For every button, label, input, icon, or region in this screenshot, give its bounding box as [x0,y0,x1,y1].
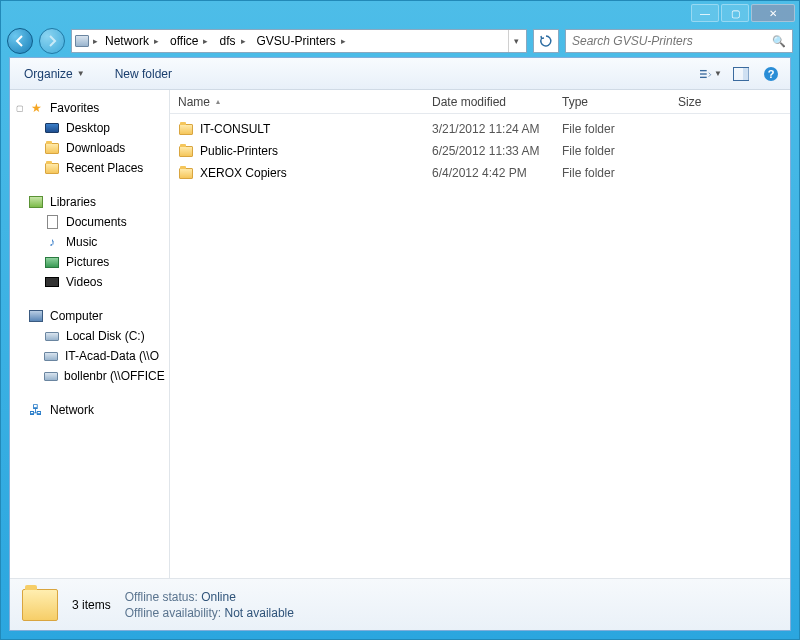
column-header-type[interactable]: Type [554,90,670,113]
nav-header-favorites[interactable]: ▢★Favorites [10,98,169,118]
nav-item-pictures[interactable]: Pictures [10,252,169,272]
collapse-icon: ▢ [16,104,24,113]
nav-item-label: Local Disk (C:) [66,329,145,343]
nav-item-label: Videos [66,275,102,289]
breadcrumb-segment[interactable]: GVSU-Printers▸ [253,30,353,52]
organize-button[interactable]: Organize ▼ [18,64,91,84]
refresh-button[interactable] [533,29,559,53]
breadcrumb-segment[interactable]: office▸ [166,30,215,52]
file-type: File folder [554,144,670,158]
arrow-left-icon [14,35,26,47]
navigation-pane[interactable]: ▢★Favorites Desktop Downloads Recent Pla… [10,90,170,578]
forward-button[interactable] [39,28,65,54]
svg-text:?: ? [768,68,775,80]
breadcrumb-segment[interactable]: Network▸ [101,30,166,52]
file-rows: IT-CONSULT 3/21/2012 11:24 AM File folde… [170,114,790,578]
videos-icon [44,274,60,290]
nav-item-desktop[interactable]: Desktop [10,118,169,138]
nav-item-label: Recent Places [66,161,143,175]
nav-bar: ▸ Network▸ office▸ dfs▸ GVSU-Printers▸ ▾… [1,25,799,57]
view-icon [700,67,712,81]
titlebar[interactable]: — ▢ ✕ [1,1,799,25]
address-dropdown[interactable]: ▾ [508,30,524,52]
details-pane: 3 items Offline status: Online Offline a… [10,578,790,630]
drive-icon [44,348,59,364]
nav-header-libraries[interactable]: Libraries [10,192,169,212]
item-count: 3 items [72,598,111,612]
column-header-date[interactable]: Date modified [424,90,554,113]
help-icon: ? [763,66,779,82]
breadcrumb-segment[interactable]: dfs▸ [215,30,252,52]
preview-pane-icon [733,67,749,81]
breadcrumb-label: Network [105,34,149,48]
list-pane: Name▴ Date modified Type Size IT-CONSULT… [170,90,790,578]
document-icon [44,214,60,230]
nav-item-recent-places[interactable]: Recent Places [10,158,169,178]
organize-label: Organize [24,67,73,81]
chevron-down-icon: ▼ [77,69,85,78]
nav-group-network: 🖧Network [10,400,169,420]
arrow-right-icon [46,35,58,47]
nav-item-videos[interactable]: Videos [10,272,169,292]
column-headers: Name▴ Date modified Type Size [170,90,790,114]
folder-icon [44,140,60,156]
nav-item-local-disk[interactable]: Local Disk (C:) [10,326,169,346]
nav-item-label: Documents [66,215,127,229]
file-row[interactable]: XEROX Copiers 6/4/2012 4:42 PM File fold… [170,162,790,184]
close-button[interactable]: ✕ [751,4,795,22]
breadcrumb-label: dfs [219,34,235,48]
search-icon[interactable]: 🔍 [772,35,786,48]
window-controls: — ▢ ✕ [691,4,795,22]
nav-item-label: IT-Acad-Data (\\O [65,349,159,363]
nav-label: Libraries [50,195,96,209]
file-name: XEROX Copiers [200,166,287,180]
favorites-icon: ★ [28,100,44,116]
toolbar: Organize ▼ New folder ▼ ? [10,58,790,90]
svg-rect-0 [700,69,707,70]
folder-icon [22,589,58,621]
svg-rect-1 [700,73,707,74]
help-button[interactable]: ? [760,63,782,85]
file-row[interactable]: Public-Printers 6/25/2012 11:33 AM File … [170,140,790,162]
search-box[interactable]: 🔍 [565,29,793,53]
nav-group-favorites: ▢★Favorites Desktop Downloads Recent Pla… [10,98,169,178]
offline-availability-label: Offline availability: [125,606,222,620]
address-bar[interactable]: ▸ Network▸ office▸ dfs▸ GVSU-Printers▸ ▾ [71,29,527,53]
minimize-button[interactable]: — [691,4,719,22]
nav-item-network-drive[interactable]: IT-Acad-Data (\\O [10,346,169,366]
preview-pane-button[interactable] [730,63,752,85]
nav-label: Network [50,403,94,417]
nav-label: Favorites [50,101,99,115]
breadcrumb-label: office [170,34,198,48]
column-label: Name [178,95,210,109]
svg-rect-4 [743,68,749,80]
explorer-window: — ▢ ✕ ▸ Network▸ office▸ dfs▸ GVSU-Print… [0,0,800,640]
search-input[interactable] [572,34,768,48]
maximize-button[interactable]: ▢ [721,4,749,22]
network-location-icon [74,33,90,49]
chevron-right-icon: ▸ [200,36,211,46]
view-options-button[interactable]: ▼ [700,63,722,85]
offline-status-label: Offline status: [125,590,198,604]
refresh-icon [539,34,553,48]
file-type: File folder [554,122,670,136]
nav-item-music[interactable]: ♪Music [10,232,169,252]
nav-header-computer[interactable]: Computer [10,306,169,326]
nav-item-network-drive[interactable]: bollenbr (\\OFFICE [10,366,169,386]
file-row[interactable]: IT-CONSULT 3/21/2012 11:24 AM File folde… [170,118,790,140]
chevron-right-icon: ▸ [338,36,349,46]
nav-header-network[interactable]: 🖧Network [10,400,169,420]
sort-ascending-icon: ▴ [216,97,220,106]
file-type: File folder [554,166,670,180]
nav-item-label: Desktop [66,121,110,135]
nav-item-downloads[interactable]: Downloads [10,138,169,158]
computer-icon [28,308,44,324]
nav-item-documents[interactable]: Documents [10,212,169,232]
file-name: IT-CONSULT [200,122,270,136]
back-button[interactable] [7,28,33,54]
column-header-size[interactable]: Size [670,90,790,113]
new-folder-button[interactable]: New folder [109,64,178,84]
offline-status-value: Online [201,590,236,604]
column-header-name[interactable]: Name▴ [170,90,424,113]
nav-item-label: Music [66,235,97,249]
